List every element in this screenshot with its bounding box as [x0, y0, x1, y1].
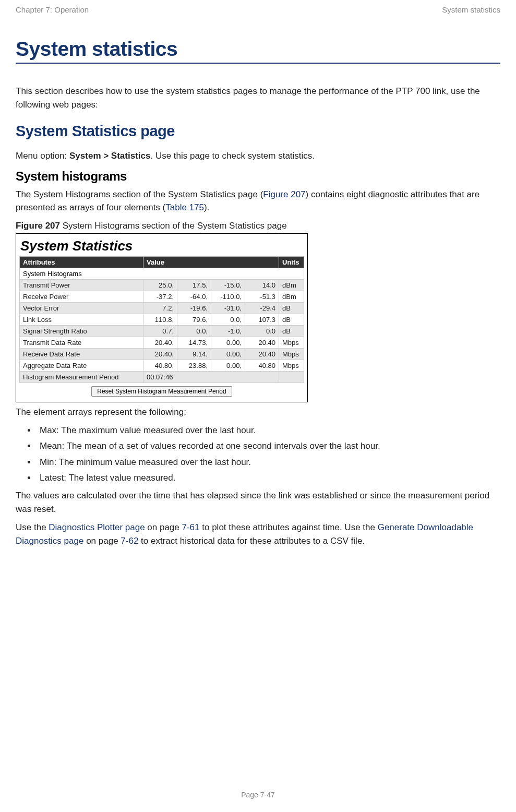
figure-number: Figure 207	[16, 221, 60, 231]
row-val: 110.8,	[143, 314, 177, 325]
table-row: Transmit Data Rate 20.40, 14.73, 0.00, 2…	[20, 337, 304, 348]
menu-pre: Menu option:	[16, 151, 69, 161]
diagnostics-plotter-link[interactable]: Diagnostics Plotter page	[49, 522, 145, 532]
row-units: dBm	[279, 291, 304, 302]
row-val: 0.0,	[177, 325, 211, 337]
row-units: dB	[279, 314, 304, 325]
hist-text-c: ).	[204, 202, 209, 212]
row-units: Mbps	[279, 337, 304, 348]
page-title: System statistics	[16, 38, 500, 61]
list-item: Min: The minimum value measured over the…	[37, 456, 500, 469]
table-row: Receive Data Rate 20.40, 9.14, 0.00, 20.…	[20, 348, 304, 360]
col-value: Value	[143, 256, 279, 268]
row-val: 20.40,	[143, 348, 177, 360]
title-rule	[16, 63, 500, 64]
page-footer: Page 7-47	[0, 791, 516, 799]
table-row: Receive Power -37.2, -64.0, -110.0, -51.…	[20, 291, 304, 302]
period-units	[279, 371, 304, 383]
row-attr: Vector Error	[20, 302, 143, 314]
table-subheader: System Histograms	[20, 268, 304, 279]
table-row: Transmit Power 25.0, 17.5, -15.0, 14.0 d…	[20, 279, 304, 291]
row-val: 107.3	[245, 314, 279, 325]
figure-caption: Figure 207 System Histograms section of …	[16, 221, 500, 231]
final-b: on page	[145, 522, 182, 532]
row-val: 40.80	[245, 360, 279, 371]
row-val: 0.00,	[211, 360, 245, 371]
period-label: Histogram Measurement Period	[20, 371, 143, 383]
row-units: dB	[279, 302, 304, 314]
row-units: Mbps	[279, 360, 304, 371]
figure-inner-title: System Statistics	[20, 238, 304, 254]
col-attributes: Attributes	[20, 256, 143, 268]
after-list-paragraph: The values are calculated over the time …	[16, 489, 500, 516]
list-item: Mean: The mean of a set of values record…	[37, 439, 500, 453]
row-val: -29.4	[245, 302, 279, 314]
row-attr: Transmit Power	[20, 279, 143, 291]
header-right: System statistics	[442, 5, 500, 14]
row-val: 17.5,	[177, 279, 211, 291]
row-val: -15.0,	[211, 279, 245, 291]
histogram-paragraph: The System Histograms section of the Sys…	[16, 188, 500, 214]
final-c: to plot these attributes against time. U…	[200, 522, 378, 532]
row-val: 0.0,	[211, 314, 245, 325]
row-val: 0.7,	[143, 325, 177, 337]
row-val: 0.00,	[211, 348, 245, 360]
row-units: Mbps	[279, 348, 304, 360]
row-attr: Transmit Data Rate	[20, 337, 143, 348]
system-statistics-table: Attributes Value Units System Histograms…	[19, 256, 304, 383]
row-val: -19.6,	[177, 302, 211, 314]
row-val: 20.40,	[143, 337, 177, 348]
row-val: 20.40	[245, 337, 279, 348]
figure-caption-text: System Histograms section of the System …	[60, 221, 287, 231]
reset-row: Reset System Histogram Measurement Perio…	[19, 383, 304, 397]
list-intro: The element arrays represent the followi…	[16, 405, 500, 419]
figure-207-box: System Statistics Attributes Value Units…	[16, 233, 308, 402]
reset-histogram-button[interactable]: Reset System Histogram Measurement Perio…	[91, 386, 232, 397]
row-units: dB	[279, 325, 304, 337]
table-ref-link[interactable]: Table 175	[165, 202, 204, 212]
row-attr: Link Loss	[20, 314, 143, 325]
element-array-list: Max: The maximum value measured over the…	[37, 424, 500, 485]
row-val: 0.0	[245, 325, 279, 337]
row-val: -1.0,	[211, 325, 245, 337]
row-val: -31.0,	[211, 302, 245, 314]
row-val: 20.40	[245, 348, 279, 360]
row-attr: Aggregate Data Rate	[20, 360, 143, 371]
final-a: Use the	[16, 522, 49, 532]
row-val: 9.14,	[177, 348, 211, 360]
row-val: 79.6,	[177, 314, 211, 325]
row-units: dBm	[279, 279, 304, 291]
table-row: Signal Strength Ratio 0.7, 0.0, -1.0, 0.…	[20, 325, 304, 337]
menu-option-line: Menu option: System > Statistics. Use th…	[16, 149, 500, 163]
row-attr: Receive Data Rate	[20, 348, 143, 360]
row-val: 25.0,	[143, 279, 177, 291]
row-val: 7.2,	[143, 302, 177, 314]
subsection-heading: System histograms	[16, 169, 500, 184]
row-val: -51.3	[245, 291, 279, 302]
final-paragraph: Use the Diagnostics Plotter page on page…	[16, 521, 500, 547]
page-ref-link[interactable]: 7-61	[182, 522, 200, 532]
row-val: -110.0,	[211, 291, 245, 302]
row-val: 40.80,	[143, 360, 177, 371]
intro-paragraph: This section describes how to use the sy…	[16, 85, 500, 111]
menu-path: System > Statistics	[69, 151, 150, 161]
period-value: 00:07:46	[143, 371, 279, 383]
menu-post: . Use this page to check system statisti…	[150, 151, 315, 161]
row-val: 23.88,	[177, 360, 211, 371]
section-heading: System Statistics page	[16, 123, 500, 140]
page-header: Chapter 7: Operation System statistics	[16, 5, 500, 14]
row-val: 14.73,	[177, 337, 211, 348]
measurement-period-row: Histogram Measurement Period 00:07:46	[20, 371, 304, 383]
figure-ref-link[interactable]: Figure 207	[263, 189, 305, 199]
row-attr: Signal Strength Ratio	[20, 325, 143, 337]
table-row: Vector Error 7.2, -19.6, -31.0, -29.4 dB	[20, 302, 304, 314]
page-ref-link[interactable]: 7-62	[121, 536, 138, 546]
list-item: Latest: The latest value measured.	[37, 471, 500, 485]
final-e: to extract historical data for these att…	[138, 536, 365, 546]
header-left: Chapter 7: Operation	[16, 5, 89, 14]
list-item: Max: The maximum value measured over the…	[37, 424, 500, 437]
table-row: Aggregate Data Rate 40.80, 23.88, 0.00, …	[20, 360, 304, 371]
row-val: 0.00,	[211, 337, 245, 348]
hist-text-a: The System Histograms section of the Sys…	[16, 189, 263, 199]
row-val: 14.0	[245, 279, 279, 291]
